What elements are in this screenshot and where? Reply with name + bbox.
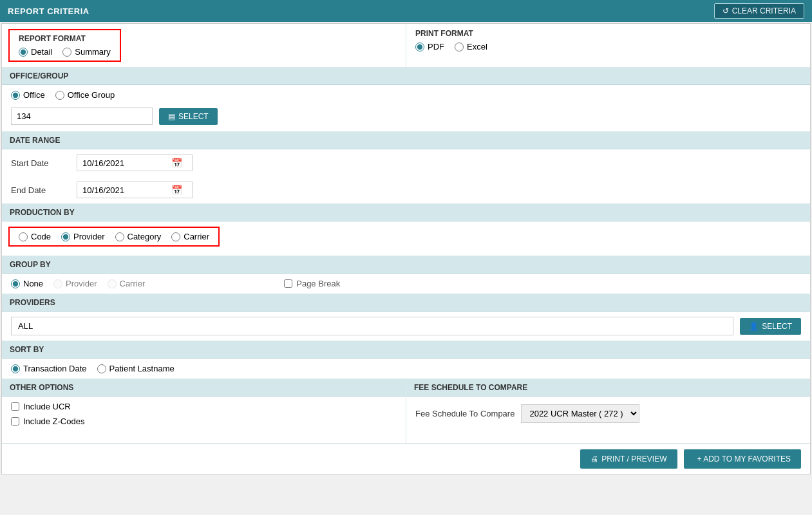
end-date-calendar-icon[interactable]: 📅	[171, 185, 182, 195]
top-sections: REPORT FORMAT Detail Summary PRINT FORMA…	[2, 24, 810, 68]
sort-by-header: SORT BY	[2, 341, 810, 359]
report-format-label: REPORT FORMAT	[19, 34, 111, 43]
print-preview-button[interactable]: 🖨 PRINT / PREVIEW	[580, 449, 677, 469]
fee-schedule-header: FEE SCHEDULE TO COMPARE	[406, 379, 810, 397]
production-category-radio[interactable]: Category	[115, 232, 162, 241]
end-date-input[interactable]	[82, 185, 166, 195]
add-to-favorites-button[interactable]: + ADD TO MY FAVORITES	[684, 449, 802, 469]
providers-select-button[interactable]: 👤 SELECT	[740, 318, 801, 335]
include-zcodes-label: Include Z-Codes	[23, 417, 84, 426]
group-by-section: GROUP BY None Provider Carrier Page Brea…	[2, 256, 810, 294]
bottom-sections: OTHER OPTIONS Include UCR Include Z-Code…	[2, 379, 810, 444]
start-date-input[interactable]	[82, 158, 166, 168]
sort-transaction-date-radio[interactable]: Transaction Date	[11, 364, 87, 373]
header-bar: REPORT CRITERIA ↺ CLEAR CRITERIA	[0, 0, 812, 22]
office-group-options: Office Office Group	[2, 85, 810, 105]
group-by-row: None Provider Carrier Page Break	[2, 274, 810, 294]
group-provider-radio[interactable]: Provider	[53, 279, 97, 288]
date-range-header: DATE RANGE	[2, 132, 810, 149]
office-group-header: OFFICE/GROUP	[2, 68, 810, 85]
group-carrier-radio[interactable]: Carrier	[108, 279, 146, 288]
providers-section: PROVIDERS 👤 SELECT	[2, 294, 810, 341]
office-group-section: OFFICE/GROUP Office Office Group ▤ SELEC…	[2, 68, 810, 132]
production-code-radio[interactable]: Code	[19, 232, 51, 241]
production-by-header: PRODUCTION BY	[2, 204, 810, 221]
page-break-wrap: Page Break	[284, 279, 340, 288]
sort-by-row: Transaction Date Patient Lastname	[2, 359, 810, 379]
include-ucr-label: Include UCR	[23, 402, 71, 411]
start-date-label: Start Date	[11, 158, 69, 168]
other-options-content: Include UCR Include Z-Codes	[2, 397, 406, 431]
print-format-pdf[interactable]: PDF	[415, 42, 444, 52]
footer-bar: 🖨 PRINT / PREVIEW + ADD TO MY FAVORITES	[2, 444, 810, 474]
fee-schedule-label: Fee Schedule To Compare	[415, 409, 515, 418]
date-range-section: DATE RANGE Start Date 📅 End Date 📅	[2, 132, 810, 204]
production-provider-radio[interactable]: Provider	[61, 232, 104, 241]
refresh-icon: ↺	[722, 6, 729, 15]
list-icon: ▤	[168, 112, 175, 121]
office-select-button[interactable]: ▤ SELECT	[159, 108, 218, 125]
person-icon: 👤	[749, 322, 759, 331]
page-break-checkbox[interactable]	[284, 279, 292, 288]
print-format-label: PRINT FORMAT	[415, 29, 801, 38]
start-date-row: Start Date 📅	[2, 149, 810, 176]
include-ucr-checkbox[interactable]	[11, 402, 19, 411]
providers-input[interactable]	[11, 317, 733, 335]
sort-by-section: SORT BY Transaction Date Patient Lastnam…	[2, 341, 810, 379]
include-ucr-checkbox-wrap[interactable]: Include UCR	[11, 402, 397, 411]
office-input[interactable]	[11, 108, 153, 125]
group-none-radio[interactable]: None	[11, 279, 43, 288]
page-break-label[interactable]: Page Break	[296, 279, 340, 288]
print-format-options: PDF Excel	[415, 42, 801, 52]
fee-schedule-section: FEE SCHEDULE TO COMPARE Fee Schedule To …	[406, 379, 810, 443]
report-format-detail[interactable]: Detail	[19, 47, 52, 57]
other-options-header: OTHER OPTIONS	[2, 379, 406, 397]
end-date-row: End Date 📅	[2, 176, 810, 203]
fee-schedule-content: Fee Schedule To Compare 2022 UCR Master …	[406, 397, 810, 431]
end-date-input-wrap: 📅	[77, 182, 193, 198]
include-zcodes-checkbox-wrap[interactable]: Include Z-Codes	[11, 417, 397, 426]
other-options-section: OTHER OPTIONS Include UCR Include Z-Code…	[2, 379, 406, 443]
office-group-radio[interactable]: Office Group	[55, 90, 115, 100]
production-by-section: PRODUCTION BY Code Provider Category	[2, 204, 810, 256]
page-title: REPORT CRITERIA	[8, 6, 90, 16]
start-date-calendar-icon[interactable]: 📅	[171, 158, 182, 168]
report-format-options: Detail Summary	[19, 47, 111, 57]
providers-row: 👤 SELECT	[2, 312, 810, 341]
main-content: REPORT FORMAT Detail Summary PRINT FORMA…	[1, 23, 811, 474]
clear-criteria-button[interactable]: ↺ CLEAR CRITERIA	[714, 3, 804, 19]
print-format-section: PRINT FORMAT PDF Excel	[406, 24, 810, 67]
providers-header: PROVIDERS	[2, 294, 810, 312]
fee-schedule-select[interactable]: 2022 UCR Master ( 272 )	[521, 404, 639, 423]
sort-patient-lastname-radio[interactable]: Patient Lastname	[97, 364, 175, 373]
production-carrier-radio[interactable]: Carrier	[171, 232, 209, 241]
office-input-row: ▤ SELECT	[2, 105, 810, 131]
report-format-summary[interactable]: Summary	[62, 47, 111, 57]
start-date-input-wrap: 📅	[77, 154, 193, 171]
end-date-label: End Date	[11, 185, 69, 195]
group-by-header: GROUP BY	[2, 256, 810, 274]
office-radio[interactable]: Office	[11, 90, 45, 100]
report-format-section: REPORT FORMAT Detail Summary	[2, 24, 406, 67]
include-zcodes-checkbox[interactable]	[11, 417, 19, 426]
production-by-options: Code Provider Category Carrier	[19, 232, 209, 241]
print-format-excel[interactable]: Excel	[455, 42, 487, 52]
printer-icon: 🖨	[590, 454, 598, 464]
